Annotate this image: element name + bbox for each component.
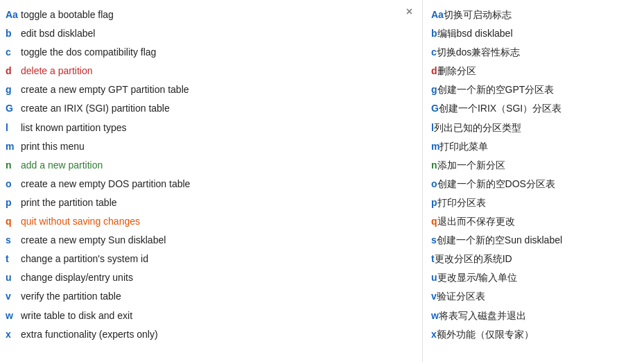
menu-row: n add a new partition (6, 156, 422, 175)
cmd-key: n (6, 157, 21, 173)
menu-row: w write table to disk and exit (6, 307, 422, 325)
left-panel: × Aa toggle a bootable flagb edit bsd di… (0, 0, 423, 362)
menu-row: b edit bsd disklabel (6, 24, 422, 43)
zh-text: G创建一个IRIX（SGI）分区表 (431, 101, 562, 117)
cmd-desc: verify the partition table (21, 288, 121, 304)
zh-row: d删除分区 (431, 62, 638, 80)
zh-row: s创建一个新的空Sun disklabel (431, 231, 638, 250)
menu-row: d delete a partition (6, 62, 422, 80)
cmd-key: s (6, 232, 21, 248)
cmd-key: p (6, 195, 21, 211)
cmd-key: q (6, 214, 21, 230)
cmd-desc: create a new empty GPT partition table (21, 82, 189, 98)
zh-key: o (431, 178, 437, 189)
zh-text: p打印分区表 (431, 195, 486, 211)
menu-row: c toggle the dos compatibility flag (6, 43, 422, 62)
zh-key: c (431, 46, 437, 58)
zh-row: b编辑bsd disklabel (431, 24, 638, 43)
cmd-key: d (6, 63, 21, 79)
cmd-key: l (6, 120, 21, 136)
cmd-desc: delete a partition (21, 63, 93, 79)
cmd-desc: quit without saving changes (21, 214, 140, 230)
menu-row: l list known partition types (6, 119, 422, 137)
zh-text: t更改分区的系统ID (431, 251, 512, 267)
cmd-key: u (6, 270, 21, 286)
cmd-desc: list known partition types (21, 120, 127, 136)
zh-text: l列出已知的分区类型 (431, 120, 521, 136)
zh-row: w将表写入磁盘并退出 (431, 307, 638, 325)
zh-text: d删除分区 (431, 63, 476, 79)
zh-key: Aa (431, 9, 444, 20)
cmd-desc: change display/entry units (21, 270, 133, 286)
cmd-key: w (6, 308, 21, 324)
cmd-desc: print this menu (21, 139, 85, 155)
cmd-desc: print the partition table (21, 195, 117, 211)
zh-row: x额外功能（仅限专家） (431, 325, 638, 344)
zh-key: w (431, 310, 439, 321)
zh-row: t更改分区的系统ID (431, 250, 638, 268)
cmd-key: c (6, 44, 21, 60)
cmd-desc: toggle a bootable flag (21, 7, 114, 23)
zh-key: v (431, 291, 437, 302)
menu-row: x extra functionality (experts only) (6, 325, 422, 344)
zh-row: Aa切换可启动标志 (431, 6, 638, 24)
menu-row: Aa toggle a bootable flag (6, 6, 422, 24)
zh-text: c切换dos兼容性标志 (431, 44, 520, 60)
zh-key: b (431, 28, 437, 39)
zh-row: p打印分区表 (431, 193, 638, 212)
cmd-key: x (6, 327, 21, 343)
cmd-desc: write table to disk and exit (21, 308, 132, 324)
zh-key: t (431, 253, 435, 264)
cmd-desc: edit bsd disklabel (21, 26, 95, 42)
zh-key: G (431, 103, 439, 114)
zh-row: o创建一个新的空DOS分区表 (431, 175, 638, 193)
cmd-key: Aa (6, 7, 21, 23)
zh-key: x (431, 329, 437, 340)
menu-row: v verify the partition table (6, 287, 422, 306)
menu-row: t change a partition's system id (6, 250, 422, 268)
zh-row: q退出而不保存更改 (431, 212, 638, 231)
right-panel: Aa切换可启动标志b编辑bsd disklabelc切换dos兼容性标志d删除分… (423, 0, 644, 362)
cmd-key: G (6, 101, 21, 117)
zh-key: s (431, 234, 437, 245)
zh-row: m打印此菜单 (431, 137, 638, 156)
zh-row: v验证分区表 (431, 287, 638, 306)
cmd-key: v (6, 288, 21, 304)
zh-key: l (431, 122, 434, 133)
zh-text: u更改显示/输入单位 (431, 270, 517, 286)
zh-text: v验证分区表 (431, 288, 485, 304)
zh-text: x额外功能（仅限专家） (431, 327, 534, 343)
zh-text: s创建一个新的空Sun disklabel (431, 232, 562, 248)
zh-key: d (431, 65, 437, 76)
zh-key: n (431, 160, 437, 171)
menu-row: o create a new empty DOS partition table (6, 175, 422, 193)
cmd-desc: add a new partition (21, 157, 103, 173)
menu-row: q quit without saving changes (6, 212, 422, 231)
cmd-key: o (6, 176, 21, 192)
zh-key: m (431, 141, 440, 152)
zh-text: q退出而不保存更改 (431, 214, 515, 230)
zh-row: n添加一个新分区 (431, 156, 638, 175)
zh-text: n添加一个新分区 (431, 157, 505, 173)
zh-text: g创建一个新的空GPT分区表 (431, 82, 554, 98)
cmd-desc: create a new empty Sun disklabel (21, 232, 166, 248)
menu-row: G create an IRIX (SGI) partition table (6, 99, 422, 118)
cmd-desc: toggle the dos compatibility flag (21, 44, 156, 60)
cmd-key: t (6, 251, 21, 267)
cmd-desc: create a new empty DOS partition table (21, 176, 190, 192)
zh-key: u (431, 272, 437, 283)
menu-row: m print this menu (6, 137, 422, 156)
cmd-key: b (6, 26, 21, 42)
cmd-desc: create an IRIX (SGI) partition table (21, 101, 170, 117)
zh-text: w将表写入磁盘并退出 (431, 308, 526, 324)
zh-key: g (431, 84, 437, 95)
zh-text: o创建一个新的空DOS分区表 (431, 176, 555, 192)
zh-key: p (431, 197, 437, 208)
zh-text: m打印此菜单 (431, 139, 488, 155)
zh-text: b编辑bsd disklabel (431, 26, 513, 42)
zh-row: l列出已知的分区类型 (431, 119, 638, 137)
cmd-desc: change a partition's system id (21, 251, 148, 267)
zh-row: u更改显示/输入单位 (431, 268, 638, 287)
close-button[interactable]: × (406, 6, 412, 18)
menu-row: s create a new empty Sun disklabel (6, 231, 422, 250)
